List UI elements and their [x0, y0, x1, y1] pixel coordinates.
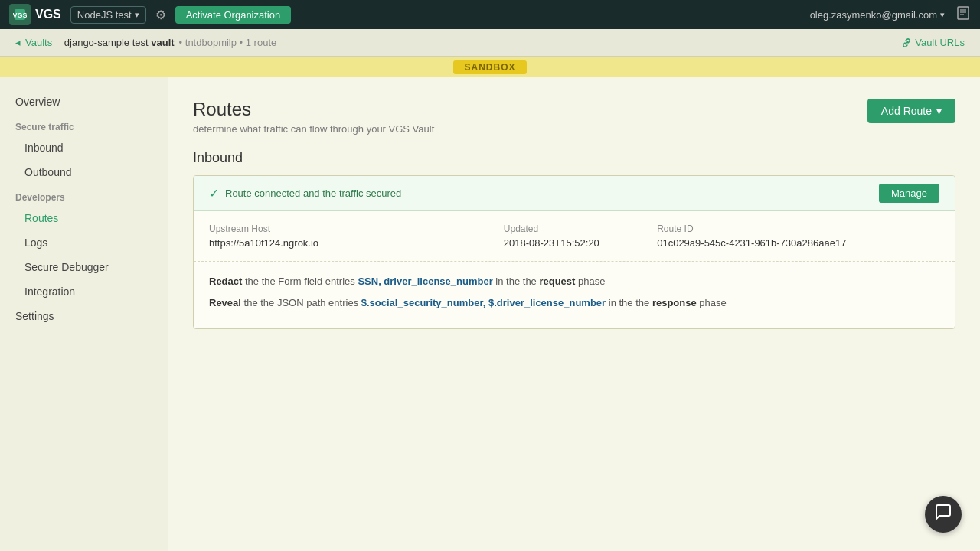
manage-button[interactable]: Manage [879, 184, 939, 203]
updated-value: 2018-08-23T15:52:20 [504, 237, 645, 249]
settings-icon[interactable]: ⚙ [155, 8, 166, 22]
route-filters: Redact the the Form field entries SSN, d… [194, 262, 955, 328]
sandbox-badge: SANDBOX [453, 60, 526, 74]
route-columns: Upstream Host https://5a10f124.ngrok.io … [209, 223, 939, 249]
check-icon: ✓ [209, 186, 219, 201]
filter2-fields: $.social_security_number, $.driver_licen… [361, 297, 606, 308]
route-card: ✓ Route connected and the traffic secure… [193, 175, 956, 329]
breadcrumb-bar: ◂ Vaults django-sample test vault • tntd… [0, 29, 980, 57]
inbound-section-heading: Inbound [193, 150, 956, 166]
updated-col: Updated 2018-08-23T15:52:20 [504, 223, 645, 249]
user-chevron-icon: ▾ [940, 10, 945, 20]
routes-subtitle: determine what traffic can flow through … [193, 123, 434, 135]
filter2-phase: response [652, 297, 697, 308]
upstream-host-value: https://5a10f124.ngrok.io [209, 237, 492, 249]
route-id-col: Route ID 01c029a9-545c-4231-961b-730a286… [657, 223, 939, 249]
filter2-type: the the JSON path entries [244, 297, 361, 308]
chat-icon [934, 503, 952, 526]
status-text: Route connected and the traffic secured [225, 187, 401, 199]
sidebar-item-routes[interactable]: Routes [0, 206, 168, 230]
route-details: Upstream Host https://5a10f124.ngrok.io … [194, 211, 955, 262]
route-status: ✓ Route connected and the traffic secure… [209, 186, 401, 201]
sidebar-item-outbound[interactable]: Outbound [0, 160, 168, 184]
sidebar-item-secure-debugger[interactable]: Secure Debugger [0, 255, 168, 279]
upstream-host-col: Upstream Host https://5a10f124.ngrok.io [209, 223, 492, 249]
sidebar-item-settings[interactable]: Settings [0, 304, 168, 328]
filter2-phase-suffix: phase [699, 297, 726, 308]
sidebar-section-developers: Developers [0, 184, 168, 206]
filter2-in: in the the [609, 297, 652, 308]
sidebar-item-integration[interactable]: Integration [0, 279, 168, 304]
sidebar: Overview Secure traffic Inbound Outbound… [0, 77, 168, 551]
page-title: Routes [193, 99, 434, 120]
back-arrow-icon: ◂ [15, 37, 21, 48]
routes-header: Routes determine what traffic can flow t… [193, 99, 956, 135]
reveal-keyword: Reveal [209, 297, 241, 308]
top-navbar: VGS VGS NodeJS test ▾ ⚙ Activate Organiz… [0, 0, 980, 29]
logo-text: VGS [35, 8, 61, 21]
user-email: oleg.zasymenko@gmail.com [810, 9, 937, 21]
add-route-button[interactable]: Add Route ▾ [867, 99, 956, 123]
route-status-bar: ✓ Route connected and the traffic secure… [194, 176, 955, 211]
logo-icon: VGS [9, 4, 31, 25]
user-menu[interactable]: oleg.zasymenko@gmail.com ▾ [810, 9, 945, 21]
vault-urls-link[interactable]: Vault URLs [901, 37, 965, 48]
node-selector-dropdown[interactable]: NodeJS test ▾ [70, 6, 146, 24]
breadcrumb: ◂ Vaults django-sample test vault • tntd… [15, 37, 276, 48]
sidebar-item-logs[interactable]: Logs [0, 230, 168, 255]
updated-label: Updated [504, 223, 645, 234]
vault-name: django-sample test vault [64, 37, 175, 48]
route-id-label: Route ID [657, 223, 939, 234]
link-icon [901, 37, 912, 48]
sidebar-section-secure-traffic: Secure traffic [0, 114, 168, 135]
redact-keyword: Redact [209, 276, 242, 287]
vaults-link[interactable]: Vaults [25, 37, 52, 48]
sidebar-item-overview[interactable]: Overview [0, 90, 168, 114]
filter1-fields: SSN, driver_license_number [358, 276, 492, 287]
breadcrumb-meta: • tntdbopmilp • 1 route [179, 37, 277, 48]
sandbox-banner: SANDBOX [0, 57, 980, 77]
add-route-chevron-icon: ▾ [936, 105, 942, 117]
svg-rect-2 [958, 7, 969, 19]
vgs-logo: VGS VGS [9, 4, 61, 25]
sidebar-item-inbound[interactable]: Inbound [0, 135, 168, 160]
chevron-down-icon: ▾ [135, 10, 139, 20]
routes-title-block: Routes determine what traffic can flow t… [193, 99, 434, 135]
main-layout: Overview Secure traffic Inbound Outbound… [0, 77, 980, 551]
filter1-in: in the the [495, 276, 539, 287]
chat-bubble-button[interactable] [925, 496, 962, 533]
main-content: Routes determine what traffic can flow t… [168, 77, 980, 551]
filter-row-reveal: Reveal the the JSON path entries $.socia… [209, 295, 939, 311]
filter1-type: the the Form field entries [245, 276, 358, 287]
upstream-host-label: Upstream Host [209, 223, 492, 234]
filter-row-redact: Redact the the Form field entries SSN, d… [209, 274, 939, 289]
top-nav-left: VGS VGS NodeJS test ▾ ⚙ Activate Organiz… [9, 4, 291, 25]
node-selector-label: NodeJS test [77, 9, 132, 21]
filter1-phase-suffix: phase [578, 276, 605, 287]
svg-text:VGS: VGS [13, 11, 27, 19]
filter1-phase: request [539, 276, 575, 287]
documentation-icon[interactable] [956, 5, 971, 24]
route-id-value: 01c029a9-545c-4231-961b-730a286aae17 [657, 237, 939, 249]
top-nav-right: oleg.zasymenko@gmail.com ▾ [810, 5, 971, 24]
activate-organization-button[interactable]: Activate Organization [175, 6, 292, 24]
